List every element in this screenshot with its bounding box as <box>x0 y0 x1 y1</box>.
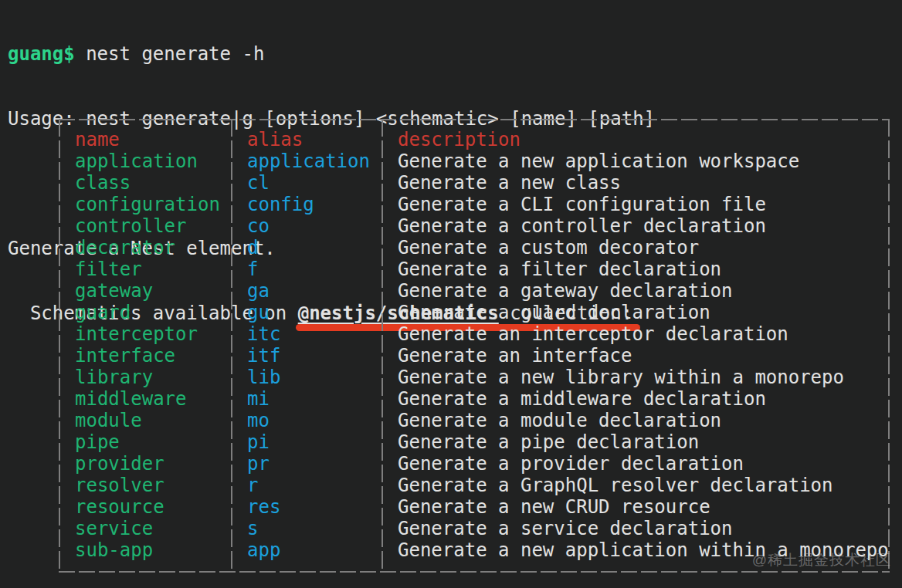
schematic-description-cell: Generate a new application workspace <box>381 150 890 172</box>
schematic-alias-cell: mo <box>231 410 381 431</box>
schematic-name-cell: provider <box>59 453 231 475</box>
schematic-alias-cell: pi <box>231 431 381 453</box>
schematic-description-cell: Generate a module declaration <box>381 410 890 431</box>
schematic-alias-cell: cl <box>231 172 381 194</box>
command-line: guang$ nest generate -h <box>8 43 655 65</box>
schematic-description-cell: Generate a service declaration <box>381 518 890 539</box>
schematic-alias-cell: app <box>231 539 381 561</box>
schematic-name-cell: pipe <box>59 431 231 453</box>
schematic-name-cell: filter <box>59 259 231 280</box>
schematic-name-cell: class <box>59 172 231 194</box>
schematic-name-cell: configuration <box>59 194 231 215</box>
table-rows: name alias description application appli… <box>59 129 890 561</box>
schematic-description-cell: Generate a new library within a monorepo <box>381 367 890 388</box>
schematic-description-cell: Generate an interface <box>381 345 890 367</box>
schematic-alias-cell: r <box>231 475 381 496</box>
schematic-alias-cell: lib <box>231 367 381 388</box>
column-header-alias: alias <box>231 129 381 150</box>
schematic-alias-cell: f <box>231 259 381 280</box>
schematic-alias-cell: ga <box>231 280 381 302</box>
schematic-alias-cell: co <box>231 215 381 237</box>
schematic-description-cell: Generate a middleware declaration <box>381 388 890 410</box>
schematic-name-cell: resource <box>59 496 231 518</box>
schematic-alias-cell: itf <box>231 345 381 367</box>
schematic-description-cell: Generate a gateway declaration <box>381 280 890 302</box>
schematic-alias-cell: d <box>231 237 381 259</box>
schematic-name-cell: interface <box>59 345 231 367</box>
schematic-alias-cell: application <box>231 150 381 172</box>
schematic-name-cell: library <box>59 367 231 388</box>
schematic-alias-cell: s <box>231 518 381 539</box>
schematic-description-cell: Generate a provider declaration <box>381 453 890 475</box>
schematic-description-cell: Generate a CLI configuration file <box>381 194 890 215</box>
command-text: nest generate -h <box>75 43 265 65</box>
schematic-name-cell: decorator <box>59 237 231 259</box>
schematic-description-cell: Generate a new class <box>381 172 890 194</box>
terminal[interactable]: guang$ nest generate -h Usage: nest gene… <box>0 0 902 588</box>
schematic-name-cell: interceptor <box>59 323 231 345</box>
schematic-name-cell: guard <box>59 302 231 323</box>
column-header-name: name <box>59 129 231 150</box>
schematic-alias-cell: gu <box>231 302 381 323</box>
schematic-name-cell: middleware <box>59 388 231 410</box>
schematic-description-cell: Generate a custom decorator <box>381 237 890 259</box>
schematic-alias-cell: itc <box>231 323 381 345</box>
schematic-alias-cell: config <box>231 194 381 215</box>
schematic-name-cell: resolver <box>59 475 231 496</box>
schematics-table: name alias description application appli… <box>59 119 890 573</box>
schematic-description-cell: Generate an interceptor declaration <box>381 323 890 345</box>
schematic-alias-cell: pr <box>231 453 381 475</box>
watermark: @稀土掘金技术社区 <box>752 550 891 570</box>
schematic-name-cell: gateway <box>59 280 231 302</box>
schematic-description-cell: Generate a GraphQL resolver declaration <box>381 475 890 496</box>
schematic-alias-cell: res <box>231 496 381 518</box>
schematic-name-cell: module <box>59 410 231 431</box>
schematic-description-cell: Generate a guard declaration <box>381 302 890 323</box>
schematic-description-cell: Generate a pipe declaration <box>381 431 890 453</box>
schematic-description-cell: Generate a new CRUD resource <box>381 496 890 518</box>
table-border-bottom <box>59 571 890 573</box>
schematic-name-cell: application <box>59 150 231 172</box>
schematic-alias-cell: mi <box>231 388 381 410</box>
schematic-name-cell: controller <box>59 215 231 237</box>
schematic-description-cell: Generate a filter declaration <box>381 259 890 280</box>
schematic-description-cell: Generate a controller declaration <box>381 215 890 237</box>
schematic-name-cell: sub-app <box>59 539 231 561</box>
column-header-description: description <box>381 129 890 150</box>
shell-prompt: guang$ <box>8 43 75 65</box>
table-border-top <box>59 119 890 120</box>
schematic-name-cell: service <box>59 518 231 539</box>
